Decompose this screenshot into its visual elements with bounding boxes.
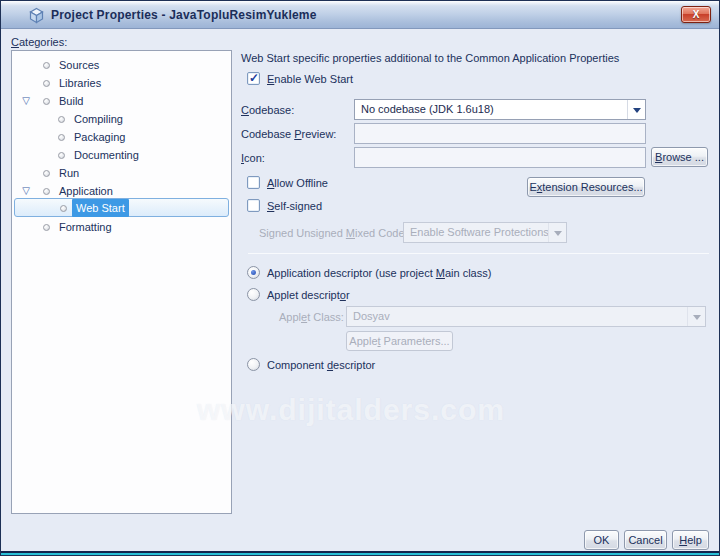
tree-item-label: Web Start <box>72 199 129 217</box>
enable-web-start-label[interactable]: Enable Web Start <box>267 73 353 85</box>
mixed-code-label: Signed Unsigned Mixed Code: <box>259 227 408 239</box>
bullet-icon <box>43 188 50 195</box>
dropdown-arrow-icon <box>687 307 705 326</box>
bullet-icon <box>60 205 67 212</box>
bullet-icon <box>43 62 50 69</box>
tree-item-label: Build <box>59 92 83 110</box>
applet-descriptor-radio[interactable] <box>247 288 260 301</box>
bullet-icon <box>58 152 65 159</box>
bullet-icon <box>43 170 50 177</box>
separator <box>248 253 709 254</box>
ok-button[interactable]: OK <box>584 530 619 550</box>
tree-item-label: Sources <box>59 56 99 74</box>
browse-button[interactable]: Browse ... <box>651 147 708 167</box>
window-bottom-accent <box>1 553 719 555</box>
mixed-code-value: Enable Software Protections <box>410 226 549 238</box>
tree-item-compiling[interactable]: Compiling <box>13 110 230 128</box>
tree-item-sources[interactable]: Sources <box>13 56 230 74</box>
component-descriptor-label[interactable]: Component descriptor <box>267 359 375 371</box>
icon-field[interactable] <box>354 147 646 168</box>
application-descriptor-label[interactable]: Application descriptor (use project Main… <box>267 267 491 279</box>
tree-item-label: Compiling <box>74 110 123 128</box>
applet-descriptor-label[interactable]: Applet descriptor <box>267 289 350 301</box>
bullet-icon <box>58 134 65 141</box>
codebase-preview-field[interactable] <box>354 123 646 144</box>
close-x-icon: X <box>693 9 700 20</box>
close-button[interactable]: X <box>681 6 711 23</box>
codebase-combobox[interactable]: No codebase (JDK 1.6u18) <box>354 99 646 120</box>
tree-item-label: Libraries <box>59 74 101 92</box>
panel-header: Web Start specific properties additional… <box>241 52 619 64</box>
tree-item-libraries[interactable]: Libraries <box>13 74 230 92</box>
tree-item-label: Documenting <box>74 146 139 164</box>
applet-class-combobox: Dosyav <box>346 306 706 327</box>
project-properties-dialog: Project Properties - JavaTopluResimYukle… <box>0 0 720 556</box>
cube-icon <box>28 7 45 24</box>
enable-web-start-checkbox[interactable] <box>247 72 260 85</box>
categories-label: Categories: <box>11 36 67 48</box>
bullet-icon <box>58 116 65 123</box>
tree-item-build[interactable]: ▽Build <box>13 92 230 110</box>
help-button[interactable]: Help <box>672 530 709 550</box>
codebase-preview-label: Codebase Preview: <box>241 128 336 140</box>
bullet-icon <box>43 224 50 231</box>
window-title: Project Properties - JavaTopluResimYukle… <box>51 8 317 22</box>
applet-parameters-button: Applet Parameters... <box>346 331 453 351</box>
tree-item-documenting[interactable]: Documenting <box>13 146 230 164</box>
tree-item-web-start[interactable]: Web Start <box>14 198 229 217</box>
self-signed-label[interactable]: Self-signed <box>267 200 322 212</box>
dropdown-arrow-icon <box>548 223 566 242</box>
bullet-icon <box>43 80 50 87</box>
title-bar[interactable]: Project Properties - JavaTopluResimYukle… <box>1 1 719 29</box>
allow-offline-label[interactable]: Allow Offline <box>267 177 328 189</box>
allow-offline-checkbox[interactable] <box>247 176 260 189</box>
codebase-label: Codebase: <box>241 104 294 116</box>
applet-class-value: Dosyav <box>353 310 390 322</box>
self-signed-checkbox[interactable] <box>247 199 260 212</box>
cancel-button[interactable]: Cancel <box>624 530 667 550</box>
tree-item-label: Run <box>59 164 79 182</box>
expander-open-icon[interactable]: ▽ <box>19 92 33 110</box>
tree-item-formatting[interactable]: Formatting <box>13 218 230 236</box>
icon-label: Icon: <box>241 152 265 164</box>
codebase-value: No codebase (JDK 1.6u18) <box>361 103 494 115</box>
categories-tree[interactable]: SourcesLibraries▽BuildCompilingPackaging… <box>11 50 232 514</box>
tree-item-label: Packaging <box>74 128 125 146</box>
mixed-code-combobox: Enable Software Protections <box>403 222 567 243</box>
bullet-icon <box>43 98 50 105</box>
component-descriptor-radio[interactable] <box>247 358 260 371</box>
tree-item-label: Formatting <box>59 218 112 236</box>
tree-item-packaging[interactable]: Packaging <box>13 128 230 146</box>
extension-resources-button[interactable]: Extension Resources... <box>527 177 645 197</box>
tree-item-run[interactable]: Run <box>13 164 230 182</box>
dropdown-arrow-icon[interactable] <box>627 100 645 119</box>
application-descriptor-radio[interactable] <box>247 266 260 279</box>
applet-class-label: Applet Class: <box>279 311 344 323</box>
dialog-body: Categories: SourcesLibraries▽BuildCompil… <box>1 29 719 555</box>
